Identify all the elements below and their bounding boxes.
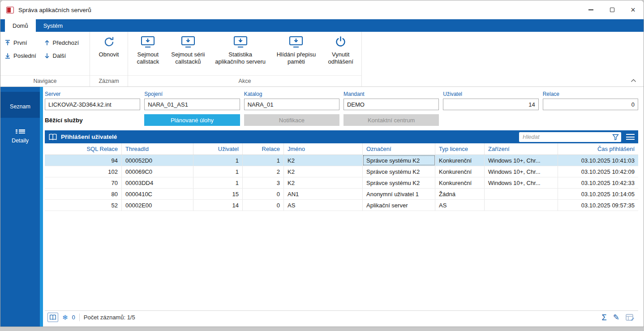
column-header[interactable]: Označení <box>363 143 435 155</box>
edit-button[interactable]: ✎ <box>613 314 619 321</box>
table-cell[interactable]: Konkurenční <box>435 166 485 177</box>
nav-first-button[interactable]: První <box>5 36 36 49</box>
table-row[interactable]: 800000410C150AN1Anonymní uživatel 1Žádná… <box>45 189 638 200</box>
sidebar-item-seznam[interactable]: Seznam <box>0 92 40 118</box>
maximize-button[interactable] <box>601 0 623 19</box>
table-cell[interactable]: Konkurenční <box>435 155 485 166</box>
record-count: Počet záznamů: 1/5 <box>84 314 135 321</box>
running-services-label: Běžící služby <box>45 117 140 124</box>
group-label-zaznam: Záznam <box>90 75 128 86</box>
close-button[interactable]: × <box>623 0 644 19</box>
column-header[interactable]: SQL Relace <box>45 143 122 155</box>
snowflake-icon[interactable]: ❄ <box>62 314 68 321</box>
table-cell[interactable]: 15 <box>193 189 243 199</box>
force-logout-button[interactable]: Vynutit odhlášení <box>322 32 360 66</box>
table-cell[interactable]: 03.10.2025 10:14:05 <box>558 189 638 199</box>
minimize-button[interactable] <box>580 0 601 19</box>
table-cell[interactable]: Anonymní uživatel 1 <box>363 189 435 199</box>
table-cell[interactable]: Správce systému K2 <box>363 155 435 166</box>
table-cell[interactable]: Konkurenční <box>435 177 485 188</box>
column-header[interactable]: Uživatel <box>193 143 243 155</box>
table-cell[interactable]: 70 <box>45 177 122 188</box>
table-cell[interactable]: Aplikační server <box>363 200 435 211</box>
column-header[interactable]: Typ licence <box>435 143 485 155</box>
table-cell[interactable] <box>485 200 558 211</box>
table-cell[interactable]: 000052D0 <box>122 155 193 166</box>
app-icon[interactable] <box>6 7 14 13</box>
table-row[interactable]: 94000052D011K2Správce systému K2Konkuren… <box>45 155 638 166</box>
katalog-field[interactable] <box>244 99 339 110</box>
table-cell[interactable]: 1 <box>243 155 284 166</box>
table-cell[interactable]: Správce systému K2 <box>363 177 435 188</box>
table-cell[interactable]: K2 <box>284 155 363 166</box>
nav-previous-button[interactable]: Předchozí <box>44 36 79 49</box>
filter-icon[interactable] <box>612 134 619 140</box>
table-cell[interactable]: K2 <box>284 166 363 177</box>
memory-overwrite-watch-button[interactable]: Hlídání přepisu paměti <box>270 32 322 66</box>
server-field[interactable] <box>45 99 140 110</box>
tab-notifikace[interactable]: Notifikace <box>244 114 339 126</box>
table-cell[interactable]: Správce systému K2 <box>363 166 435 177</box>
callstack-button[interactable]: Sejmout callstack <box>130 32 166 66</box>
table-cell[interactable]: 03.10.2025 09:57:35 <box>558 200 638 211</box>
table-cell[interactable]: 00002E00 <box>122 200 193 211</box>
column-header[interactable]: Čas přihlášení <box>558 143 638 155</box>
grid-edit-button[interactable] <box>626 314 635 321</box>
table-cell[interactable]: 000069C0 <box>122 166 193 177</box>
table-cell[interactable]: AS <box>435 200 485 211</box>
table-cell[interactable]: Žádná <box>435 189 485 199</box>
nav-next-button[interactable]: Další <box>44 49 79 62</box>
column-header[interactable]: Jméno <box>284 143 363 155</box>
table-cell[interactable]: Windows 10+, Chr... <box>485 177 558 188</box>
table-cell[interactable]: 03.10.2025 10:41:03 <box>558 155 638 166</box>
spojeni-field[interactable] <box>144 99 240 110</box>
sidebar-item-detaily[interactable]: Detaily <box>0 123 40 149</box>
nav-last-button[interactable]: Poslední <box>5 49 36 62</box>
table-cell[interactable]: AN1 <box>284 189 363 199</box>
table-cell[interactable]: AS <box>284 200 363 211</box>
table-row[interactable]: 102000069C012K2Správce systému K2Konkure… <box>45 166 638 177</box>
table-cell[interactable]: 14 <box>193 200 243 211</box>
table-cell[interactable]: 80 <box>45 189 122 199</box>
table-row[interactable]: 7000003DD413K2Správce systému K2Konkuren… <box>45 177 638 189</box>
view-toggle-button[interactable] <box>47 313 58 322</box>
uzivatel-field[interactable] <box>443 99 538 110</box>
table-row[interactable]: 5200002E00140ASAplikační serverAS03.10.2… <box>45 200 638 211</box>
column-header[interactable]: ThreadId <box>122 143 193 155</box>
tab-planovane-ulohy[interactable]: Plánované úlohy <box>144 114 240 126</box>
table-cell[interactable]: 0000410C <box>122 189 193 199</box>
refresh-button[interactable]: Obnovit <box>95 32 123 59</box>
panel-menu-button[interactable] <box>625 132 635 142</box>
close-icon: × <box>631 6 635 14</box>
table-cell[interactable]: 03.10.2025 10:42:09 <box>558 166 638 177</box>
table-cell[interactable]: 0 <box>243 200 284 211</box>
table-cell[interactable]: 00003DD4 <box>122 177 193 188</box>
table-cell[interactable] <box>485 189 558 199</box>
server-statistics-button[interactable]: Statistika aplikačního serveru <box>210 32 271 66</box>
relace-field[interactable] <box>543 99 638 110</box>
table-cell[interactable]: 1 <box>193 166 243 177</box>
callstack-series-button[interactable]: Sejmout sérii callstacků <box>166 32 210 66</box>
table-cell[interactable]: 1 <box>193 155 243 166</box>
table-cell[interactable]: K2 <box>284 177 363 188</box>
table-cell[interactable]: Windows 10+, Chr... <box>485 166 558 177</box>
column-header[interactable]: Zařízení <box>485 143 558 155</box>
table-cell[interactable]: 102 <box>45 166 122 177</box>
ribbon-tabbar: Domů Systém <box>0 19 644 32</box>
collapse-ribbon-button[interactable] <box>629 77 637 84</box>
table-cell[interactable]: 2 <box>243 166 284 177</box>
table-cell[interactable]: Windows 10+, Chr... <box>485 155 558 166</box>
sum-button[interactable]: Σ <box>602 314 607 322</box>
ribbon-tab-system[interactable]: Systém <box>36 19 70 32</box>
ribbon-tab-domu[interactable]: Domů <box>5 19 36 32</box>
table-cell[interactable]: 0 <box>243 189 284 199</box>
column-header[interactable]: Relace <box>243 143 284 155</box>
tab-kontaktni-centrum[interactable]: Kontaktní centrum <box>343 114 439 126</box>
table-cell[interactable]: 1 <box>193 177 243 188</box>
table-cell[interactable]: 52 <box>45 200 122 211</box>
table-cell[interactable]: 03.10.2025 10:42:33 <box>558 177 638 188</box>
search-input[interactable] <box>523 133 610 140</box>
table-cell[interactable]: 94 <box>45 155 122 166</box>
table-cell[interactable]: 3 <box>243 177 284 188</box>
mandant-field[interactable] <box>343 99 439 110</box>
